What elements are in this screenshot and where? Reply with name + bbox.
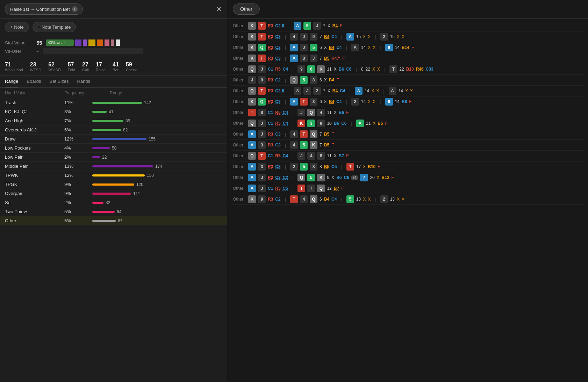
tab-range[interactable]: Range [5,79,18,87]
left-panel: Raise 1st → Continuation Bet i ✕ + Note … [0,0,227,382]
tab-hands[interactable]: Hands [77,79,90,87]
table-row: Middle Pair 13% 174 [0,162,227,171]
stat-num-4: 27 [82,62,88,68]
list-item: Other Q J C1 R5 C4 | 9 6 K 11 X B6 C6 | … [231,64,585,75]
bar [92,183,134,186]
table-row: Overcards AK-J 6% 82 [0,125,227,135]
bar [92,174,145,176]
right-header: Other [227,0,588,19]
seg2 [83,39,87,46]
stat-lbl-4: Call [82,68,89,72]
list-item: Other Q T R3 C2.6 | 8 J 2 7 X B4 C4 | A … [231,86,585,96]
list-item: Other K Q R3 C2 | A J 5 6 X B4 C4 | A 14… [231,42,585,53]
vs-user-row: Vs-User -- [5,48,222,54]
stat-bar-text: 43% weak [48,41,66,45]
stat-num-7: 59 [126,62,132,68]
table-row: Low Pair 2% 22 [0,153,227,162]
table-row: Set 2% 32 [0,198,227,207]
list-item: Other T 8 C1 R5 C4 | J Q 4 11 X B6 F [231,107,585,118]
table-row: KQ, KJ, QJ 3% 41 [0,107,227,116]
seg4 [97,39,103,46]
bar [92,156,100,158]
stat-col-3: 57 Fold [68,62,75,72]
table-row: TPGK 9% 120 [0,180,227,189]
stat-lbl-1: WTSD [30,68,41,72]
stat-col-6: 41 Bet [113,62,119,72]
list-item: Other J 9 R3 C2 | Q 5 8 6 X B4 F [231,75,585,86]
other-tab-btn[interactable]: Other [233,3,260,15]
seg5 [105,39,109,46]
tab-boards[interactable]: Boards [27,79,41,87]
right-panel: Other Other K T R3 C2.6 | A 5 J 7 X B4 F… [227,0,588,382]
stats-grid: 71 Won Hand 23 WTSD 62 W%SD 57 Fold 27 C… [0,58,227,76]
stat-lbl-0: Won Hand [5,68,23,72]
raise-btn[interactable]: Raise 1st → Continuation Bet i [5,3,83,15]
stat-col-5: 17 Raise [96,62,106,72]
tabs-bar: Range Boards Bet Sizes Hands [0,76,227,88]
seg7 [116,39,120,46]
action-bar: + Note + Note Template [0,19,227,36]
stat-value-row: Stat Value 55 43% weak [5,39,222,46]
vs-user-val: -- [36,49,40,54]
bar [92,147,110,149]
stat-num-3: 57 [68,62,74,68]
stat-col-4: 27 Call [82,62,89,72]
stat-lbl-6: Bet [113,68,119,72]
list-item: Other A J R3 C3 C2 | Q 5 K 9 X B6 C6 +1 … [231,172,585,183]
table-row-other: Other 5% 67 [0,216,227,225]
bar [92,165,153,167]
close-btn[interactable]: ✕ [216,5,222,13]
table-row: Draw 12% 155 [0,135,227,144]
stat-num-6: 41 [113,62,119,68]
list-item: Other Q J C1 R5 C4 | K 3 9 10 B6 C6 | A … [231,118,585,129]
seg3 [88,39,95,46]
seg6 [111,39,114,46]
bar [92,202,103,204]
range-table: Trash 11% 142 KQ, KJ, QJ 3% 41 Ace High … [0,98,227,382]
list-item: Other K Q R3 C2 | A T 3 6 X B4 C4 | 2 14… [231,96,585,107]
list-item: Other A 3 R3 C3 | 2 5 8 8 B5 C5 | T 17 X… [231,161,585,172]
stat-col-1: 23 WTSD [30,62,41,72]
info-icon: i [72,6,78,12]
note-btn[interactable]: + Note [5,22,29,32]
list-item: Other K T R3 C3 | 4 J 9 7 B4 C4 | A 15 X… [231,31,585,42]
bar [92,211,115,213]
stat-bar-weak: 43% weak [46,39,74,46]
right-content: Other K T R3 C2.6 | A 5 J 7 X B4 F Other… [227,19,588,382]
col-hand-header: Hand Value [5,91,61,95]
table-row: TPWK 12% 150 [0,171,227,180]
stat-lbl-7: Check [126,68,137,72]
stat-value-num: 55 [36,40,42,46]
col-range-header: Range [110,91,222,95]
table-row: Trash 11% 142 [0,98,227,107]
stat-lbl-2: W%SD [48,68,60,72]
vs-user-label: Vs-User [5,49,33,54]
bar [92,102,142,104]
stat-num-1: 23 [30,62,36,68]
stat-col-0: 71 Won Hand [5,62,23,72]
stat-num-5: 17 [96,62,102,68]
list-item: Other K T R3 C2.6 | A 5 J 7 X B4 F [231,21,585,31]
bar [92,138,146,140]
list-item: Other A J R3 C3 | 4 T Q 7 B5 F [231,129,585,140]
list-item: Other Q T C1 R5 C4 | J 4 8 11 X B7 F [231,151,585,161]
tab-betsizes[interactable]: Bet Sizes [50,79,69,87]
template-btn[interactable]: + Note Template [33,22,76,32]
stat-bar-container: 43% weak [46,39,222,46]
list-item: Other A J C1 R5 C5 | T 7 Q 12 B7 F [231,183,585,194]
stat-lbl-3: Fold [68,68,75,72]
bar [92,111,107,113]
header-bar: Raise 1st → Continuation Bet i ✕ [0,0,227,19]
stat-col-7: 59 Check [126,62,137,72]
stat-section: Stat Value 55 43% weak Vs-User -- [0,36,227,58]
list-item: Other K T R3 C3 | A 3 J 7 B5 R47' F [231,53,585,64]
stat-lbl-5: Raise [96,68,106,72]
stat-label: Stat Value [5,40,33,45]
vs-user-bar [43,48,143,54]
bar [92,220,116,222]
seg1 [75,39,81,46]
bar [92,120,123,122]
table-row: Low Pockets 4% 50 [0,144,227,153]
list-item: Other A 3 R3 C3 | 4 5 K 7 B5 F [231,140,585,151]
col-freq-header: Frequency... [64,91,106,95]
